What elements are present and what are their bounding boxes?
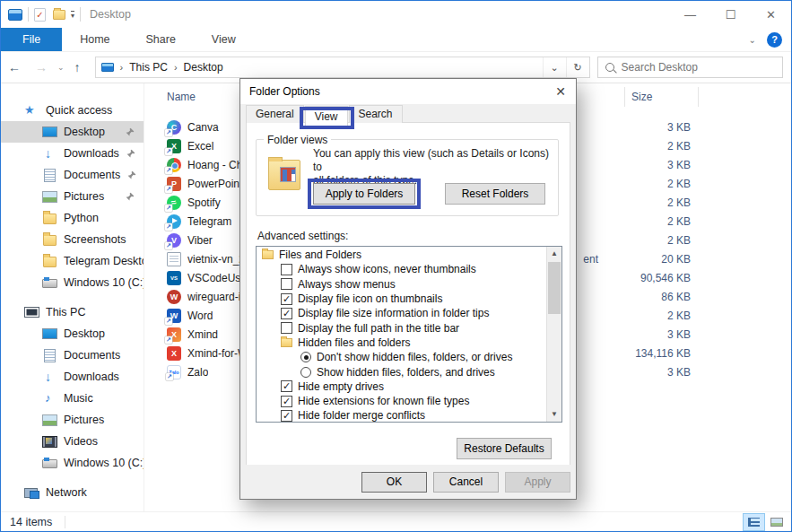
- tab-home[interactable]: Home: [62, 28, 127, 51]
- shortcut-arrow-icon: ↗: [165, 167, 172, 174]
- properties-check-icon[interactable]: ✓: [34, 8, 46, 22]
- advanced-item-display-file-size-information-in-folder-tips[interactable]: Display file size information in folder …: [257, 306, 546, 320]
- thumbnail-view-button[interactable]: [765, 513, 788, 531]
- help-icon[interactable]: ?: [767, 32, 782, 48]
- icon-glyph: W: [170, 290, 178, 304]
- sidebar-item-windows-10-c[interactable]: Windows 10 (C:): [1, 272, 144, 293]
- column-divider[interactable]: [624, 87, 625, 107]
- checkbox-checked[interactable]: [281, 293, 292, 305]
- tab-view[interactable]: View: [194, 28, 254, 51]
- dialog-title: Folder Options: [249, 85, 320, 98]
- reset-folders-button[interactable]: Reset Folders: [445, 183, 545, 205]
- downloads-icon: [42, 147, 57, 160]
- checkbox-unchecked[interactable]: [281, 264, 292, 275]
- vscode-icon: VS: [167, 271, 181, 285]
- canva-icon: C↗: [167, 120, 181, 135]
- file-size: 134,116 KB: [624, 347, 698, 360]
- sidebar-item-windows-10-c[interactable]: Windows 10 (C:): [1, 452, 144, 474]
- advanced-item-always-show-icons-never-thumbnails[interactable]: Always show icons, never thumbnails: [257, 262, 546, 276]
- sidebar-item-label: Pictures: [64, 190, 104, 203]
- address-input[interactable]: › This PC › Desktop ⌄ ↻: [95, 57, 590, 78]
- address-dropdown-icon[interactable]: ⌄: [543, 57, 566, 77]
- tab-file[interactable]: File: [1, 28, 62, 51]
- checkbox-unchecked[interactable]: [281, 322, 292, 334]
- dialog-tab-view[interactable]: View: [305, 106, 348, 126]
- sidebar-item-this-pc[interactable]: This PC: [1, 301, 144, 323]
- ok-button[interactable]: OK: [361, 472, 427, 493]
- up-icon[interactable]: ↑: [67, 60, 88, 74]
- advanced-item-display-file-icon-on-thumbnails[interactable]: Display file icon on thumbnails: [257, 292, 546, 306]
- radio-selected[interactable]: [300, 352, 311, 362]
- sidebar-item-documents[interactable]: Documents: [1, 164, 144, 186]
- sidebar-item-pictures[interactable]: Pictures: [1, 409, 144, 431]
- tab-share[interactable]: Share: [128, 28, 194, 51]
- refresh-icon[interactable]: ↻: [566, 57, 589, 77]
- checkbox-checked[interactable]: [281, 396, 292, 407]
- sidebar-item-pictures[interactable]: Pictures: [1, 186, 144, 207]
- column-header-size[interactable]: Size: [631, 91, 652, 103]
- radio-unselected[interactable]: [300, 367, 311, 378]
- details-view-button[interactable]: [743, 513, 765, 531]
- sidebar-item-label: Downloads: [64, 371, 119, 383]
- back-icon[interactable]: ←: [1, 60, 28, 74]
- computer-icon: [24, 306, 39, 318]
- forward-icon[interactable]: →: [28, 60, 55, 74]
- expand-ribbon-icon[interactable]: ⌄: [749, 35, 756, 45]
- recent-locations-icon[interactable]: ⌄: [55, 63, 67, 72]
- new-folder-icon[interactable]: [53, 10, 65, 20]
- customize-toolbar-icon[interactable]: ▾: [71, 11, 74, 19]
- advanced-item-files-and-folders: Files and Folders: [257, 248, 546, 262]
- file-name: Canva: [187, 121, 219, 134]
- column-divider[interactable]: [698, 87, 699, 107]
- dialog-tab-search[interactable]: Search: [349, 105, 403, 123]
- checkbox-checked[interactable]: [281, 380, 292, 392]
- advanced-item-hide-folder-merge-conflicts[interactable]: Hide folder merge conflicts: [257, 408, 546, 423]
- sidebar-item-desktop[interactable]: Desktop: [1, 323, 144, 344]
- sidebar-item-label: Telegram Desktop: [64, 255, 144, 267]
- checkbox-unchecked[interactable]: [281, 278, 292, 290]
- scrollbar-thumb[interactable]: [548, 262, 561, 314]
- sidebar-item-desktop[interactable]: Desktop: [1, 121, 144, 143]
- sidebar-item-telegram-desktop[interactable]: Telegram Desktop: [1, 250, 144, 272]
- search-input[interactable]: Search Desktop: [597, 57, 783, 78]
- sidebar-item-downloads[interactable]: Downloads: [1, 143, 144, 164]
- sidebar-item-downloads[interactable]: Downloads: [1, 366, 144, 388]
- maximize-button[interactable]: ☐: [710, 1, 751, 28]
- restore-defaults-button[interactable]: Restore Defaults: [457, 438, 552, 459]
- scrollbar[interactable]: ▲ ▼: [546, 247, 561, 422]
- dialog-close-icon[interactable]: ✕: [545, 79, 576, 104]
- sidebar-item-network[interactable]: Network: [1, 482, 144, 503]
- shortcut-arrow-icon: ↗: [165, 129, 172, 136]
- checkbox-checked[interactable]: [281, 410, 292, 422]
- scroll-down-icon[interactable]: ▼: [547, 407, 561, 422]
- advanced-item-display-the-full-path-in-the-title-bar[interactable]: Display the full path in the title bar: [257, 320, 546, 335]
- dialog-button-row: OK Cancel Apply: [240, 465, 576, 499]
- advanced-item-label: Display file size information in folder …: [298, 307, 489, 319]
- advanced-item-show-hidden-files-folders-and-drives[interactable]: Show hidden files, folders, and drives: [257, 364, 546, 379]
- dialog-tab-general[interactable]: General: [246, 105, 304, 123]
- folder-icon: [42, 212, 57, 224]
- advanced-item-hide-extensions-for-known-file-types[interactable]: Hide extensions for known file types: [257, 394, 546, 408]
- minimize-button[interactable]: —: [670, 1, 710, 28]
- sidebar-item-screenshots[interactable]: Screenshots: [1, 229, 144, 250]
- breadcrumb-desktop[interactable]: Desktop: [184, 61, 223, 74]
- advanced-item-always-show-menus[interactable]: Always show menus: [257, 277, 546, 292]
- folder-views-description: You can apply this view (such as Details…: [313, 147, 558, 188]
- sidebar-item-python[interactable]: Python: [1, 207, 144, 229]
- wireguard-icon: W: [167, 290, 181, 304]
- sidebar-item-documents[interactable]: Documents: [1, 344, 144, 366]
- close-button[interactable]: ✕: [751, 1, 791, 28]
- breadcrumb-this-pc[interactable]: This PC: [129, 61, 168, 74]
- scroll-up-icon[interactable]: ▲: [547, 247, 561, 261]
- cancel-button[interactable]: Cancel: [433, 472, 499, 493]
- pin-icon: [126, 149, 135, 158]
- advanced-item-don-t-show-hidden-files-folders-or-drives[interactable]: Don't show hidden files, folders, or dri…: [257, 350, 546, 364]
- apply-to-folders-button[interactable]: Apply to Folders: [313, 183, 415, 205]
- sidebar-item-quick-access[interactable]: Quick access: [1, 100, 144, 121]
- apply-button[interactable]: Apply: [505, 472, 570, 493]
- advanced-item-hide-empty-drives[interactable]: Hide empty drives: [257, 379, 546, 394]
- sidebar-item-videos[interactable]: Videos: [1, 431, 144, 452]
- checkbox-checked[interactable]: [281, 308, 292, 319]
- column-header-name[interactable]: Name: [167, 91, 196, 103]
- sidebar-item-music[interactable]: Music: [1, 388, 144, 409]
